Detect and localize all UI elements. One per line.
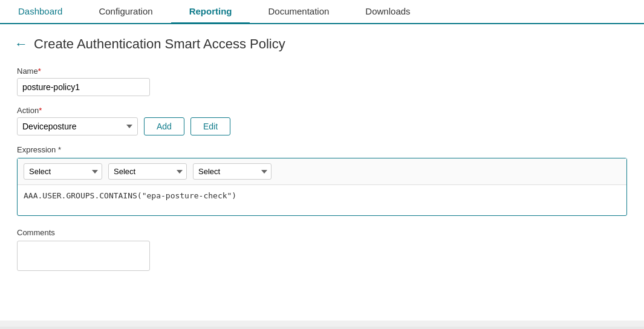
expr-select-1[interactable]: Select	[24, 163, 102, 180]
tab-configuration[interactable]: Configuration	[80, 0, 171, 24]
main-content: ← Create Authentication Smart Access Pol…	[0, 24, 644, 321]
action-required: *	[39, 106, 42, 115]
name-required: *	[38, 67, 41, 76]
tab-documentation[interactable]: Documentation	[250, 0, 347, 24]
comments-input[interactable]	[17, 241, 150, 271]
expression-selects: Select Select Select	[18, 158, 626, 185]
tab-reporting[interactable]: Reporting	[171, 0, 250, 24]
name-input[interactable]	[17, 78, 150, 96]
tab-downloads[interactable]: Downloads	[347, 0, 428, 24]
expr-select-3[interactable]: Select	[193, 163, 272, 180]
add-button[interactable]: Add	[144, 117, 184, 135]
name-label: Name*	[17, 67, 627, 76]
footer-bar: Create Close	[0, 327, 644, 329]
back-arrow[interactable]: ←	[15, 36, 28, 52]
expression-label: Expression *	[17, 145, 627, 154]
name-group: Name*	[17, 67, 627, 96]
action-group: Action* Deviceposture Add Edit	[17, 106, 627, 135]
expression-group: Expression * Select Select Select AAA.US…	[17, 145, 627, 216]
action-controls: Deviceposture Add Edit	[17, 117, 627, 135]
action-label: Action*	[17, 106, 627, 115]
action-dropdown[interactable]: Deviceposture	[17, 117, 138, 135]
edit-button[interactable]: Edit	[190, 117, 230, 135]
nav-tabs: Dashboard Configuration Reporting Docume…	[0, 0, 644, 24]
page-title: Create Authentication Smart Access Polic…	[34, 36, 285, 52]
page-header: ← Create Authentication Smart Access Pol…	[15, 36, 629, 52]
expression-text-value[interactable]: AAA.USER.GROUPS.CONTAINS("epa-posture-ch…	[18, 185, 626, 215]
comments-label: Comments	[17, 228, 627, 237]
expression-box: Select Select Select AAA.USER.GROUPS.CON…	[17, 158, 627, 216]
expr-select-2[interactable]: Select	[108, 163, 187, 180]
comments-group: Comments	[17, 228, 627, 273]
tab-dashboard[interactable]: Dashboard	[0, 0, 80, 24]
form-section: Name* Action* Deviceposture Add Edit Exp…	[15, 67, 629, 273]
